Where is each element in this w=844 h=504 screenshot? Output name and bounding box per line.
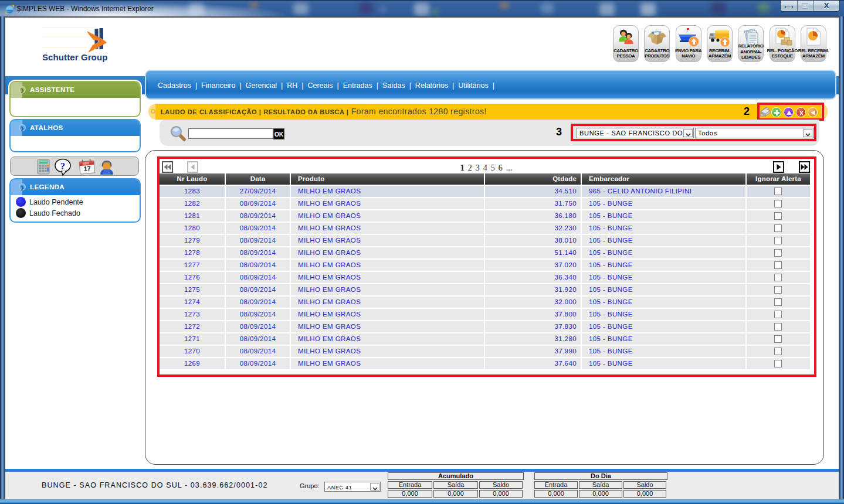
svg-text:X: X [799, 109, 804, 116]
svg-text:17: 17 [83, 165, 91, 172]
svg-text:?: ? [60, 161, 66, 172]
